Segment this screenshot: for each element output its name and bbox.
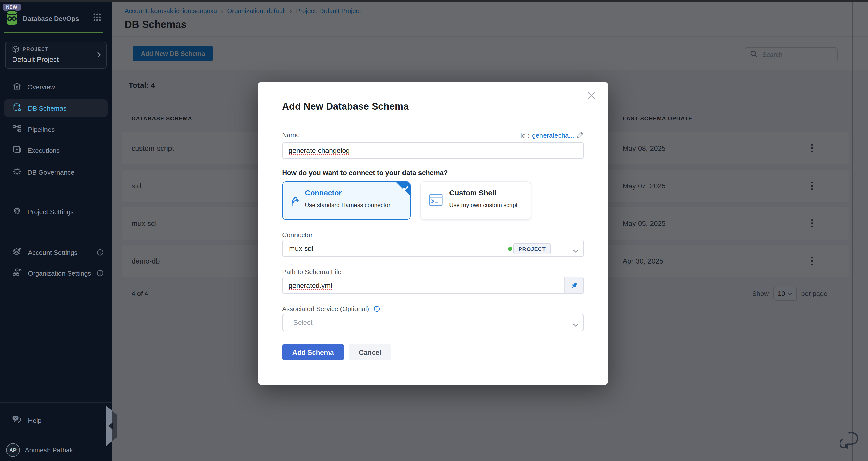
option-title: Custom Shell <box>449 189 496 197</box>
svg-text:?: ? <box>14 416 17 420</box>
sidebar-divider <box>5 233 107 233</box>
close-icon[interactable] <box>586 90 597 101</box>
status-dot <box>508 247 512 251</box>
option-title: Connector <box>305 189 342 197</box>
id-label: Id : <box>520 131 530 139</box>
terminal-icon <box>429 194 443 208</box>
connector-value: mux-sql <box>289 245 313 252</box>
app-grid-icon[interactable] <box>93 13 101 23</box>
org-gear-icon <box>13 268 22 278</box>
service-placeholder: - Select - <box>289 319 317 326</box>
chevron-down-icon <box>573 320 578 329</box>
executions-icon <box>13 146 21 155</box>
sidebar-item-label: Account Settings <box>28 249 78 256</box>
option-card-custom-shell[interactable]: Custom Shell Use my own custom script <box>420 181 531 220</box>
sidebar-item-project-settings[interactable]: Project Settings <box>0 202 112 222</box>
connection-question: How do you want to connect to your data … <box>282 169 448 177</box>
sidebar: NEW Database DevOps <box>0 0 112 461</box>
cube-icon <box>12 46 19 55</box>
sidebar-item-label: Executions <box>27 146 60 154</box>
sidebar-item-db-schemas[interactable]: DB Schemas <box>0 98 112 118</box>
support-chat-icon[interactable] <box>840 431 862 453</box>
sidebar-item-label: DB Schemas <box>28 104 67 112</box>
sidebar-item-label: DB Governance <box>27 168 74 176</box>
sidebar-item-db-governance[interactable]: DB Governance <box>0 162 112 182</box>
sidebar-item-label: Project Settings <box>27 208 74 216</box>
project-selector[interactable]: PROJECT Default Project <box>5 42 107 69</box>
window-top-strip <box>0 0 868 2</box>
modal-title: Add New Database Schema <box>282 101 409 112</box>
info-icon[interactable] <box>97 270 104 278</box>
path-label: Path to Schema File <box>282 268 342 276</box>
sidebar-item-pipelines[interactable]: Pipelines <box>0 119 112 140</box>
chevron-down-icon <box>573 246 578 255</box>
schema-name-value: generate-changelog <box>289 147 350 154</box>
connector-select[interactable]: mux-sql PROJECT <box>282 240 584 257</box>
cancel-button[interactable]: Cancel <box>349 344 391 360</box>
option-card-connector[interactable]: Connector Use standard Harness connector <box>282 181 411 220</box>
sidebar-item-label: Overview <box>27 83 55 91</box>
app-root: NEW Database DevOps <box>0 0 868 461</box>
associated-service-select[interactable]: - Select - <box>282 314 584 331</box>
connector-label: Connector <box>282 231 313 239</box>
sidebar-item-overview[interactable]: Overview <box>0 77 112 97</box>
avatar: AP <box>6 443 20 457</box>
layers-gear-icon <box>13 247 22 257</box>
db-schema-icon <box>13 103 22 113</box>
right-edge-divider <box>852 0 853 461</box>
schema-id-row: Id : generatecha... <box>520 131 584 140</box>
user-menu[interactable]: AP Animesh Pathak <box>0 441 112 459</box>
name-label: Name <box>282 131 300 139</box>
add-schema-button[interactable]: Add Schema <box>282 344 344 360</box>
governance-gear-icon <box>13 167 21 177</box>
new-badge: NEW <box>3 4 21 11</box>
product-name: Database DevOps <box>23 15 79 22</box>
option-subtitle: Use my own custom script <box>449 202 517 208</box>
sidebar-item-label: Organization Settings <box>28 269 91 277</box>
sidebar-item-account-settings[interactable]: Account Settings <box>0 242 112 262</box>
sidebar-item-organization-settings[interactable]: Organization Settings <box>0 263 112 283</box>
check-icon <box>403 183 409 192</box>
sidebar-divider <box>0 402 112 403</box>
sidebar-item-label: Pipelines <box>28 126 55 133</box>
add-schema-modal: Add New Database Schema Name Id : genera… <box>258 82 608 385</box>
help-label: Help <box>28 417 42 424</box>
schema-name-input[interactable]: generate-changelog <box>282 142 584 159</box>
schema-path-value: generated.yml <box>289 282 332 289</box>
database-devops-logo-icon <box>6 10 18 27</box>
project-name: Default Project <box>12 55 59 63</box>
pin-icon <box>570 282 578 289</box>
help-button[interactable]: ? Help <box>0 410 112 431</box>
pin-button[interactable] <box>564 277 583 293</box>
associated-service-text: Associated Service (Optional) <box>282 305 369 313</box>
schema-path-input[interactable]: generated.yml <box>282 277 584 294</box>
associated-service-label: Associated Service (Optional) <box>282 305 380 314</box>
pipelines-icon <box>13 125 22 134</box>
sidebar-accent-line <box>4 32 103 33</box>
home-icon <box>13 82 21 92</box>
chevron-right-icon <box>97 51 101 60</box>
project-eyebrow-label: PROJECT <box>23 47 49 52</box>
scope-badge: PROJECT <box>513 243 551 254</box>
option-subtitle: Use standard Harness connector <box>305 202 390 208</box>
help-chat-icon: ? <box>12 415 22 425</box>
sidebar-item-executions[interactable]: Executions <box>0 140 112 160</box>
info-icon[interactable] <box>374 306 380 314</box>
gear-icon <box>13 207 21 217</box>
id-value-link[interactable]: generatecha... <box>532 131 574 139</box>
edit-pencil-icon[interactable] <box>577 131 584 140</box>
user-name: Animesh Pathak <box>25 446 73 454</box>
info-icon[interactable] <box>97 249 104 257</box>
connector-icon <box>290 194 301 209</box>
